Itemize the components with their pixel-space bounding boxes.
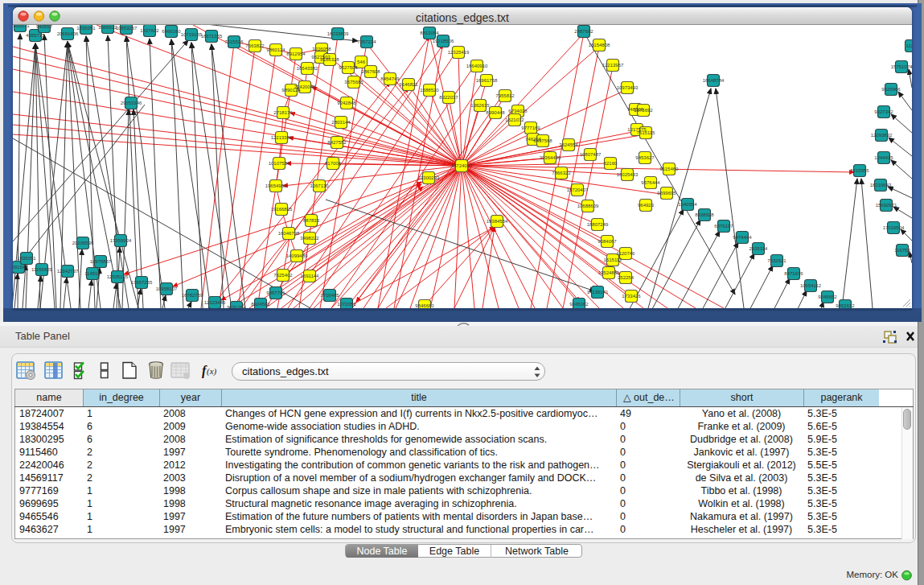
svg-text:3226058: 3226058: [312, 47, 331, 51]
svg-text:62160: 62160: [604, 161, 618, 166]
svg-text:1640954: 1640954: [678, 202, 697, 207]
svg-text:9699695: 9699695: [657, 191, 676, 196]
svg-text:6734028: 6734028: [508, 109, 528, 113]
svg-text:940557: 940557: [36, 25, 53, 29]
svg-text:16543382: 16543382: [297, 66, 318, 71]
svg-text:16033809: 16033809: [327, 31, 349, 36]
svg-text:252254: 252254: [618, 275, 634, 280]
svg-text:8924502: 8924502: [251, 302, 270, 307]
svg-text:8186328: 8186328: [320, 57, 339, 62]
svg-text:20691406: 20691406: [57, 31, 79, 36]
svg-text:9115460: 9115460: [660, 167, 680, 171]
svg-text:17359924: 17359924: [110, 238, 132, 243]
svg-text:16671355: 16671355: [201, 34, 223, 39]
svg-text:15751074: 15751074: [891, 64, 912, 69]
svg-text:(x): (x): [207, 366, 217, 377]
svg-text:18807249: 18807249: [587, 222, 609, 227]
svg-text:4055715: 4055715: [26, 33, 45, 38]
svg-text:8938928: 8938928: [695, 212, 714, 217]
svg-text:1112: 1112: [906, 43, 912, 48]
svg-text:1072051: 1072051: [337, 302, 356, 307]
svg-text:7625402: 7625402: [273, 273, 293, 278]
svg-text:19384554: 19384554: [487, 219, 508, 224]
svg-text:20206536: 20206536: [72, 241, 94, 245]
svg-text:11156829: 11156829: [31, 267, 52, 272]
svg-text:9084067: 9084067: [598, 239, 617, 244]
svg-text:10025433: 10025433: [617, 172, 639, 177]
svg-text:16154808: 16154808: [589, 43, 610, 47]
svg-text:7866322: 7866322: [552, 171, 571, 175]
svg-text:2718176: 2718176: [273, 110, 293, 115]
svg-text:12323446: 12323446: [204, 300, 226, 305]
svg-text:20364436: 20364436: [540, 155, 561, 160]
svg-text:2867608: 2867608: [361, 69, 380, 74]
svg-text:16648784: 16648784: [703, 78, 725, 83]
svg-text:8215955: 8215955: [850, 168, 869, 173]
svg-text:1835051: 1835051: [76, 26, 96, 31]
svg-text:9576444: 9576444: [641, 180, 660, 185]
svg-text:1405571: 1405571: [13, 25, 30, 28]
svg-text:10107554: 10107554: [269, 161, 290, 166]
svg-text:10807487: 10807487: [580, 152, 602, 157]
svg-text:9329966: 9329966: [881, 87, 901, 92]
svg-text:15720407: 15720407: [567, 187, 589, 192]
svg-text:10688609: 10688609: [577, 204, 599, 208]
svg-text:9452612: 9452612: [836, 303, 855, 308]
svg-text:7515526: 7515526: [224, 39, 244, 44]
svg-text:9146821: 9146821: [399, 82, 418, 87]
svg-text:1244415: 1244415: [874, 155, 893, 160]
svg-text:116753: 116753: [894, 248, 910, 253]
svg-text:10654112: 10654112: [800, 283, 822, 288]
svg-text:1621072: 1621072: [505, 117, 524, 122]
svg-text:18724007: 18724007: [451, 163, 473, 168]
svg-text:9777169: 9777169: [521, 126, 540, 130]
svg-text:12325419: 12325419: [448, 50, 470, 55]
svg-text:817006: 817006: [325, 161, 342, 166]
svg-text:7632621: 7632621: [767, 258, 786, 263]
svg-text:2887682: 2887682: [574, 29, 593, 34]
svg-text:16961758: 16961758: [476, 78, 498, 83]
svg-text:9527508: 9527508: [339, 65, 358, 70]
svg-text:8471676: 8471676: [784, 271, 803, 276]
svg-text:10975867: 10975867: [90, 259, 112, 264]
svg-text:8813054: 8813054: [420, 31, 439, 35]
svg-text:1362615: 1362615: [470, 103, 490, 108]
svg-text:10958107: 10958107: [156, 286, 178, 291]
svg-text:15692971: 15692971: [876, 203, 897, 208]
svg-text:7955812: 7955812: [495, 93, 515, 98]
svg-text:10853267: 10853267: [116, 26, 138, 31]
svg-text:14136141: 14136141: [587, 290, 609, 295]
svg-text:1975692: 1975692: [634, 108, 653, 113]
svg-text:546: 546: [357, 60, 366, 64]
svg-text:9857791: 9857791: [266, 290, 285, 295]
svg-text:8322037: 8322037: [439, 95, 458, 100]
svg-text:3675685: 3675685: [344, 80, 363, 84]
svg-text:7357224: 7357224: [357, 39, 376, 44]
svg-text:1733426: 1733426: [622, 294, 641, 299]
svg-text:14099489: 14099489: [286, 253, 308, 258]
svg-text:8912954: 8912954: [286, 51, 306, 56]
svg-text:887833: 887833: [303, 218, 320, 223]
svg-text:39154: 39154: [13, 265, 26, 270]
svg-text:3624554: 3624554: [559, 142, 578, 147]
svg-text:16046798: 16046798: [278, 231, 300, 236]
svg-text:29053346: 29053346: [121, 101, 142, 105]
svg-text:9546680: 9546680: [415, 303, 434, 308]
svg-text:12505135: 12505135: [107, 274, 129, 279]
svg-text:8990448: 8990448: [486, 110, 505, 115]
svg-text:19166825: 19166825: [271, 207, 293, 212]
svg-text:8454749: 8454749: [380, 76, 400, 81]
svg-text:9227342: 9227342: [874, 109, 893, 114]
svg-text:2803144: 2803144: [331, 120, 351, 125]
svg-text:12342737: 12342737: [57, 269, 79, 274]
svg-text:9890124: 9890124: [281, 88, 301, 93]
svg-text:10973493: 10973493: [617, 85, 639, 90]
svg-text:10719155: 10719155: [181, 32, 203, 37]
svg-text:18640910: 18640910: [466, 64, 488, 68]
svg-text:17016504: 17016504: [883, 225, 905, 230]
svg-text:1835051: 1835051: [17, 256, 36, 261]
svg-text:1588520: 1588520: [420, 88, 439, 93]
svg-text:7515115: 7515115: [637, 130, 656, 135]
svg-text:1615112: 1615112: [604, 257, 623, 262]
svg-text:17957255: 17957255: [131, 280, 153, 285]
